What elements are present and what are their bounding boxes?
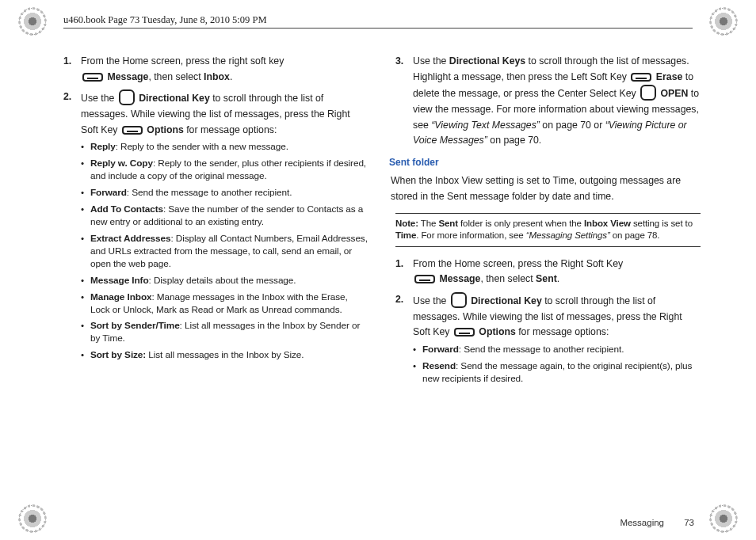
label-directional-keys: Directional Keys — [449, 55, 525, 67]
list-item: Manage Inbox: Manage messages in the Inb… — [90, 291, 368, 317]
directional-key-icon — [451, 292, 467, 308]
bullet-title: Reply w. Copy — [90, 158, 153, 169]
label-options: Options — [147, 124, 183, 135]
step-1: 1. From the Home screen, press the right… — [81, 54, 368, 85]
note-time: Time — [395, 230, 416, 240]
soft-key-icon — [414, 275, 435, 283]
note-label: Note: — [395, 219, 418, 228]
step-number: 1. — [63, 54, 71, 70]
column-left: 1. From the Home screen, press the right… — [63, 54, 368, 508]
note-text: setting is set to — [631, 219, 693, 228]
bullet-desc: : Send the message to another recipient. — [459, 344, 624, 355]
step-3: 3. Use the Directional Keys to scroll th… — [413, 54, 701, 149]
bullet-title: Sort by Sender/Time — [90, 320, 180, 331]
crop-mark-icon — [710, 8, 737, 35]
step-2: 2. Use the Directional Key to scroll thr… — [81, 89, 368, 362]
list-item: Extract Addresses: Display all Contact N… — [90, 233, 368, 271]
column-right: 3. Use the Directional Keys to scroll th… — [395, 54, 701, 508]
bullet-desc: : Send the message to another recipient. — [127, 187, 292, 198]
list-item: Reply w. Copy: Reply to the sender, plus… — [90, 158, 368, 183]
note-text: The — [418, 219, 439, 228]
label-directional-key: Directional Key — [139, 93, 210, 104]
label-directional-key: Directional Key — [471, 295, 542, 306]
step-text: Use the — [413, 55, 449, 67]
bullet-title: Forward — [422, 344, 459, 355]
soft-key-icon — [122, 126, 143, 135]
footer-section: Messaging — [620, 518, 664, 527]
bullet-title: Add To Contacts — [90, 203, 163, 215]
step-text: . — [557, 273, 559, 284]
step-text: for message options: — [516, 326, 609, 337]
step-text: for message options: — [184, 124, 277, 135]
step-text: From the Home screen, press the right so… — [81, 55, 284, 67]
bullet-title: Forward — [90, 187, 127, 198]
bullet-title: Extract Addresses — [90, 233, 170, 244]
soft-key-icon — [82, 73, 103, 82]
soft-key-icon — [631, 73, 651, 82]
bullet-title: Resend — [422, 360, 456, 371]
sent-step-2: 2. Use the Directional Key to scroll thr… — [413, 292, 701, 386]
bullet-desc: : Reply to the sender with a new message… — [116, 141, 288, 152]
step-number: 2. — [395, 292, 403, 308]
step-text: . — [230, 71, 232, 82]
crop-mark-icon — [19, 505, 46, 532]
crop-mark-icon — [710, 505, 737, 532]
sent-step-1: 1. From the Home screen, press the Right… — [413, 257, 701, 287]
label-erase: Erase — [656, 71, 683, 82]
step-text: , then select — [148, 71, 204, 82]
ref-link: “Viewing Text Messages” — [431, 120, 540, 131]
step-text: on page 70. — [487, 135, 541, 146]
step-number: 2. — [63, 89, 71, 105]
list-item: Forward: Send the message to another rec… — [422, 344, 701, 356]
page-footer: Messaging 73 — [620, 518, 694, 527]
label-message: Message — [107, 71, 148, 82]
note-text: folder is only present when the — [458, 219, 584, 228]
bullet-title: Manage Inbox — [90, 291, 151, 302]
soft-key-icon — [454, 328, 475, 337]
note-sent: Sent — [438, 219, 458, 228]
step-text: Use the — [413, 295, 449, 306]
label-message: Message — [439, 273, 480, 284]
directional-key-icon — [119, 89, 135, 105]
section-intro: When the Inbox View setting is set to Ti… — [391, 173, 701, 204]
label-sent: Sent — [536, 273, 557, 284]
list-item: Resend: Send the message again, to the o… — [422, 360, 701, 386]
step-number: 1. — [395, 257, 403, 272]
bullet-title: Message Info — [90, 275, 149, 286]
ref-link: “Messaging Settings” — [526, 230, 610, 240]
bullet-desc: : Display details about the message. — [149, 275, 296, 286]
note-inbox-view: Inbox View — [584, 219, 631, 228]
list-item: Forward: Send the message to another rec… — [90, 187, 368, 200]
note-text: . For more information, see — [416, 230, 525, 240]
list-item: Message Info: Display details about the … — [90, 275, 368, 287]
page-body: 1. From the Home screen, press the right… — [63, 54, 701, 508]
list-item: Reply: Reply to the sender with a new me… — [90, 141, 368, 154]
note-text: on page 78. — [610, 230, 660, 240]
step-text: on page 70 or — [540, 120, 605, 131]
step-text: , then select — [480, 273, 536, 284]
label-open: OPEN — [660, 88, 688, 99]
page-header: u460.book Page 73 Tuesday, June 8, 2010 … — [63, 14, 693, 29]
step-number: 3. — [395, 54, 403, 70]
bullet-desc: List all messages in the Inbox by Size. — [146, 349, 304, 360]
header-rule — [63, 28, 693, 29]
section-heading-sent-folder: Sent folder — [389, 155, 701, 170]
list-item: Sort by Sender/Time: List all messages i… — [90, 320, 368, 345]
header-text: u460.book Page 73 Tuesday, June 8, 2010 … — [63, 14, 267, 25]
page-number: 73 — [684, 518, 694, 527]
list-item: Add To Contacts: Save the number of the … — [90, 203, 368, 229]
label-options: Options — [479, 326, 515, 337]
note-block: Note: The Sent folder is only present wh… — [395, 213, 701, 247]
center-select-key-icon — [640, 85, 656, 101]
bullet-title: Sort by Size: — [90, 349, 146, 360]
list-item: Sort by Size: List all messages in the I… — [90, 349, 368, 362]
step-text: From the Home screen, press the Right So… — [413, 258, 623, 269]
label-inbox: Inbox — [204, 71, 230, 82]
bullet-title: Reply — [90, 141, 116, 152]
crop-mark-icon — [19, 8, 46, 35]
bullet-desc: : Send the message again, to the origina… — [422, 360, 692, 384]
step-text: Use the — [81, 93, 117, 104]
